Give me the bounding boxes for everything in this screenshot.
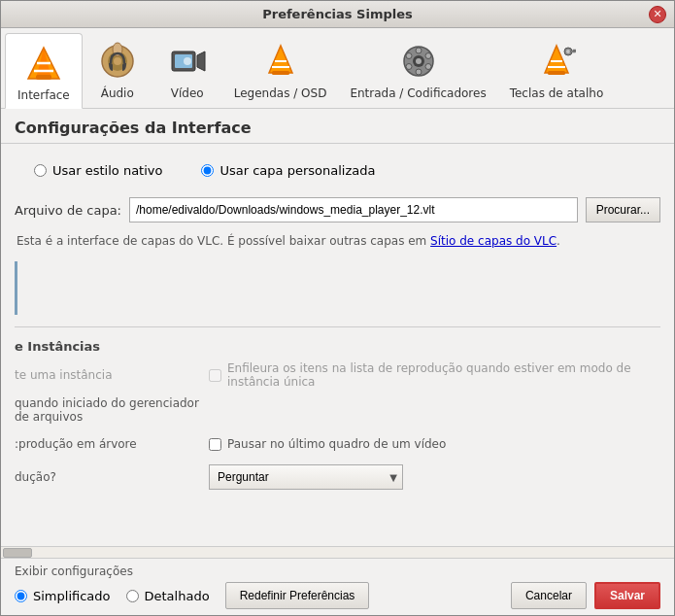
cancel-button[interactable]: Cancelar <box>511 582 587 609</box>
main-window: Preferências Simples ✕ Interface <box>0 0 675 616</box>
svg-rect-2 <box>36 75 51 80</box>
horizontal-scrollbar[interactable] <box>1 546 674 558</box>
detailed-radio-option[interactable]: Detalhado <box>126 589 210 603</box>
row4-select[interactable]: Perguntar Sempre Nunca <box>209 464 403 490</box>
radio-native-label: Usar estilo nativo <box>52 163 162 178</box>
svg-point-19 <box>416 58 422 64</box>
row4-label: dução? <box>15 470 209 484</box>
subtitles-icon <box>257 38 304 85</box>
video-icon <box>164 38 211 85</box>
radio-custom-option[interactable]: Usar capa personalizada <box>201 163 375 178</box>
display-settings-label: Exibir configurações <box>15 565 660 578</box>
form-row-4: dução? Perguntar Sempre Nunca ▼ <box>15 464 660 490</box>
svg-point-23 <box>425 53 431 59</box>
form-row-2: quando iniciado do gerenciador de arquiv… <box>15 396 660 424</box>
toolbar-input-label: Entrada / Codificadores <box>350 86 486 100</box>
svg-rect-33 <box>573 50 575 51</box>
audio-icon <box>94 38 141 85</box>
toolbar-audio-label: Áudio <box>101 86 134 100</box>
svg-point-22 <box>406 53 412 59</box>
svg-rect-34 <box>575 50 576 51</box>
bottom-spacer <box>15 497 660 517</box>
bottom-right: Cancelar Salvar <box>511 582 660 609</box>
main-content: Configurações da Interface Usar estilo n… <box>1 109 674 558</box>
svg-marker-13 <box>269 46 292 73</box>
toolbar-video-label: Vídeo <box>171 86 204 100</box>
toolbar-item-hotkeys[interactable]: Teclas de atalho <box>498 32 616 108</box>
toolbar-item-interface[interactable]: Interface <box>5 33 83 109</box>
h-scroll-thumb[interactable] <box>3 548 32 558</box>
toolbar-interface-label: Interface <box>17 88 70 102</box>
row3-checkbox-label[interactable]: Pausar no último quadro de um vídeo <box>209 437 446 451</box>
radio-native-option[interactable]: Usar estilo nativo <box>34 163 162 178</box>
instances-title: e Instâncias <box>15 339 660 354</box>
radio-native[interactable] <box>34 164 47 177</box>
row4-select-wrapper: Perguntar Sempre Nunca ▼ <box>209 464 403 490</box>
row3-checkbox[interactable] <box>209 438 221 451</box>
scrollable-content: Usar estilo nativo Usar capa personaliza… <box>1 144 674 546</box>
svg-point-24 <box>406 64 412 70</box>
toolbar-item-input[interactable]: Entrada / Codificadores <box>338 32 497 108</box>
row3-value: Pausar no último quadro de um vídeo <box>209 437 660 451</box>
bottom-actions: Simplificado Detalhado Redefinir Preferê… <box>15 582 660 609</box>
separator-1 <box>15 326 660 327</box>
file-row: Arquivo de capa: Procurar... <box>15 197 660 222</box>
bottom-left: Simplificado Detalhado Redefinir Preferê… <box>15 582 369 609</box>
simplified-radio[interactable] <box>15 590 27 602</box>
toolbar-subtitles-label: Legendas / OSD <box>234 86 327 100</box>
toolbar-hotkeys-label: Teclas de atalho <box>510 86 604 100</box>
svg-marker-10 <box>197 51 205 71</box>
info-text: Esta é a interface de capas do VLC. É po… <box>15 230 660 252</box>
svg-point-12 <box>184 57 191 65</box>
row4-value: Perguntar Sempre Nunca ▼ <box>209 464 660 490</box>
detailed-radio[interactable] <box>126 590 139 602</box>
skin-radio-group: Usar estilo nativo Usar capa personaliza… <box>15 154 660 188</box>
section-title: Configurações da Interface <box>1 109 674 144</box>
info-text-before: Esta é a interface de capas do VLC. É po… <box>17 234 430 248</box>
vlc-skins-link[interactable]: Sítio de capas do VLC <box>430 234 557 248</box>
svg-rect-29 <box>548 71 565 75</box>
simplified-label: Simplificado <box>33 589 111 603</box>
svg-point-25 <box>425 64 431 70</box>
hotkeys-icon <box>533 38 580 85</box>
toolbar: Interface Áudio <box>1 28 674 109</box>
row1-checkbox[interactable] <box>209 369 221 382</box>
svg-point-21 <box>416 69 422 75</box>
file-input[interactable] <box>129 197 578 222</box>
input-icon <box>395 38 442 85</box>
svg-point-20 <box>416 48 422 53</box>
radio-custom-label: Usar capa personalizada <box>219 163 375 178</box>
row1-value: Enfileura os itens na lista de reproduçã… <box>209 361 660 389</box>
radio-custom[interactable] <box>201 164 214 177</box>
browse-button[interactable]: Procurar... <box>586 197 660 222</box>
titlebar: Preferências Simples ✕ <box>1 1 674 28</box>
toolbar-item-subtitles[interactable]: Legendas / OSD <box>222 32 339 108</box>
detailed-label: Detalhado <box>145 589 210 603</box>
save-button[interactable]: Salvar <box>594 582 660 609</box>
svg-point-7 <box>114 57 121 65</box>
reset-button[interactable]: Redefinir Preferências <box>225 582 370 609</box>
form-row-1: te uma instância Enfileura os itens na l… <box>15 361 660 389</box>
row1-label: te uma instância <box>15 368 209 382</box>
row2-label: quando iniciado do gerenciador de arquiv… <box>15 396 209 424</box>
file-label: Arquivo de capa: <box>15 203 121 218</box>
row3-checkbox-text: Pausar no último quadro de um vídeo <box>227 437 446 451</box>
accent-bar <box>15 261 660 315</box>
window-title: Preferências Simples <box>262 7 413 21</box>
simplified-radio-option[interactable]: Simplificado <box>15 589 111 603</box>
row3-label: :produção em árvore <box>15 437 209 451</box>
interface-icon <box>20 40 67 86</box>
svg-point-31 <box>566 50 570 53</box>
svg-rect-16 <box>272 71 289 75</box>
bottom-bar: Exibir configurações Simplificado Detalh… <box>1 558 674 615</box>
info-text-after: . <box>557 234 560 248</box>
toolbar-item-video[interactable]: Vídeo <box>152 32 222 108</box>
row1-checkbox-text: Enfileura os itens na lista de reproduçã… <box>227 361 660 389</box>
close-button[interactable]: ✕ <box>649 6 666 23</box>
form-row-3: :produção em árvore Pausar no último qua… <box>15 431 660 457</box>
toolbar-item-audio[interactable]: Áudio <box>83 32 152 108</box>
row1-checkbox-label[interactable]: Enfileura os itens na lista de reproduçã… <box>209 361 660 389</box>
